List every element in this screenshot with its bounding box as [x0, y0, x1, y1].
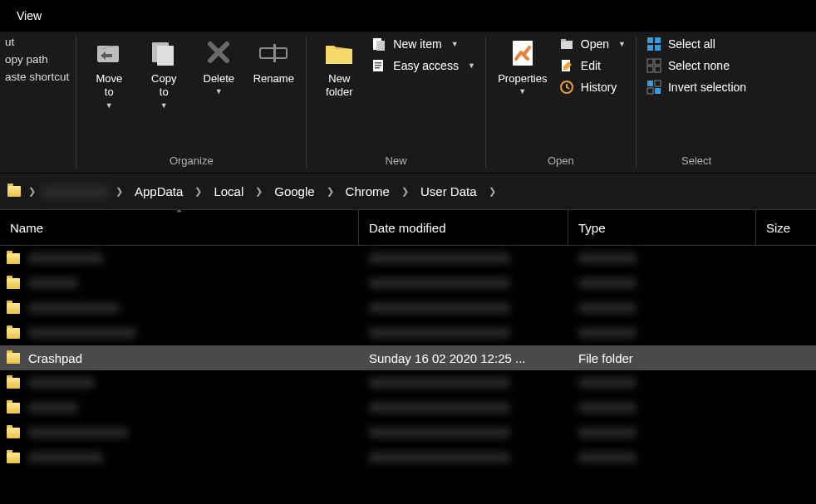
ribbon-group-select: Select all Select none Invert selection … — [638, 32, 755, 173]
redacted-text — [578, 378, 637, 388]
redacted-text — [578, 428, 637, 438]
file-row-redacted[interactable] — [0, 420, 816, 445]
redacted-text — [28, 428, 128, 438]
delete-button[interactable]: Delete ▼ — [193, 33, 244, 95]
redacted-text — [28, 278, 78, 288]
select-none-icon — [646, 58, 661, 73]
chevron-right-icon[interactable]: ❯ — [193, 186, 204, 197]
select-all-label: Select all — [668, 37, 715, 51]
easy-access-button[interactable]: Easy access ▼ — [368, 56, 479, 75]
svg-rect-6 — [376, 41, 385, 51]
edit-label: Edit — [581, 59, 601, 72]
edit-button[interactable]: Edit — [556, 56, 629, 75]
column-header-name[interactable]: ⌃ Name — [0, 210, 359, 245]
new-folder-button[interactable]: New folder — [313, 33, 365, 100]
chevron-down-icon: ▼ — [451, 40, 459, 48]
select-all-button[interactable]: Select all — [643, 35, 750, 53]
file-row-redacted[interactable] — [0, 445, 816, 470]
file-row-redacted[interactable] — [0, 321, 816, 345]
rename-button[interactable]: Rename — [248, 33, 299, 86]
column-header-size[interactable]: Size — [756, 210, 816, 245]
folder-icon — [7, 253, 20, 264]
open-icon — [559, 37, 574, 51]
delete-label: Delete — [204, 72, 235, 86]
svg-rect-23 — [655, 66, 661, 72]
copy-to-button[interactable]: Copy to ▼ — [138, 33, 189, 110]
select-none-button[interactable]: Select none — [643, 56, 750, 75]
breadcrumb-item-redacted[interactable] — [42, 185, 109, 198]
group-label-select: Select — [643, 154, 750, 170]
svg-rect-10 — [375, 67, 380, 69]
separator — [76, 37, 76, 168]
file-row-crashpad[interactable]: Crashpad Sunday 16 02 2020 12:25 ... Fil… — [0, 345, 816, 370]
history-label: History — [581, 81, 617, 94]
chevron-right-icon[interactable]: ❯ — [487, 186, 498, 197]
file-row-redacted[interactable] — [0, 296, 816, 321]
separator — [485, 37, 486, 168]
move-to-button[interactable]: Move to ▼ — [83, 33, 135, 110]
cut-button[interactable]: ut — [5, 36, 69, 48]
chevron-right-icon[interactable]: ❯ — [253, 186, 264, 197]
column-header-date[interactable]: Date modified — [359, 210, 568, 245]
copy-to-icon — [147, 36, 180, 69]
copy-path-button[interactable]: opy path — [5, 53, 69, 66]
history-button[interactable]: History — [556, 78, 629, 96]
svg-rect-9 — [375, 65, 381, 66]
open-button[interactable]: Open ▼ — [556, 35, 629, 53]
column-headers: ⌃ Name Date modified Type Size — [0, 209, 816, 246]
new-item-label: New item — [393, 37, 441, 51]
file-row-redacted[interactable] — [0, 370, 816, 395]
breadcrumb-item-appdata[interactable]: AppData — [130, 182, 188, 201]
chevron-down-icon: ▼ — [618, 40, 626, 48]
column-header-type[interactable]: Type — [568, 210, 756, 245]
breadcrumb-item-google[interactable]: Google — [269, 182, 319, 201]
edit-icon — [559, 58, 574, 73]
breadcrumb-bar: ❯ ❯ AppData ❯ Local ❯ Google ❯ Chrome ❯ … — [0, 173, 816, 209]
ribbon-group-open: Properties ▼ Open ▼ Edit History Op — [488, 32, 634, 173]
properties-label: Properties — [498, 72, 547, 86]
tab-view[interactable]: View — [3, 2, 55, 30]
rename-icon — [257, 36, 290, 69]
svg-rect-27 — [655, 88, 661, 94]
history-icon — [559, 80, 574, 95]
redacted-text — [28, 303, 120, 313]
redacted-text — [28, 453, 103, 462]
paste-shortcut-button[interactable]: aste shortcut — [5, 71, 69, 83]
file-list: Crashpad Sunday 16 02 2020 12:25 ... Fil… — [0, 246, 816, 470]
breadcrumb-item-userdata[interactable]: User Data — [415, 182, 482, 201]
redacted-text — [369, 253, 510, 263]
folder-icon — [7, 453, 20, 463]
folder-icon[interactable] — [7, 184, 22, 199]
chevron-right-icon[interactable]: ❯ — [27, 186, 37, 197]
folder-icon — [7, 278, 20, 289]
new-folder-icon — [322, 36, 356, 69]
file-type: File folder — [568, 351, 756, 365]
file-row-redacted[interactable] — [0, 271, 816, 296]
chevron-right-icon[interactable]: ❯ — [325, 186, 336, 197]
group-label-organize: Organize — [83, 154, 299, 170]
breadcrumb-item-local[interactable]: Local — [209, 182, 248, 201]
chevron-down-icon: ▼ — [160, 101, 168, 110]
svg-rect-13 — [561, 39, 566, 42]
redacted-text — [369, 328, 510, 338]
folder-icon — [7, 353, 20, 364]
new-item-button[interactable]: New item ▼ — [368, 35, 479, 53]
invert-selection-button[interactable]: Invert selection — [643, 78, 750, 96]
redacted-text — [28, 403, 78, 413]
file-row-redacted[interactable] — [0, 395, 816, 420]
group-label — [5, 167, 69, 170]
invert-selection-label: Invert selection — [668, 81, 746, 94]
svg-rect-18 — [647, 45, 653, 51]
svg-rect-24 — [647, 81, 653, 86]
copy-to-label: Copy to — [151, 72, 176, 100]
chevron-right-icon[interactable]: ❯ — [114, 186, 125, 197]
breadcrumb-item-chrome[interactable]: Chrome — [341, 182, 395, 201]
folder-icon — [7, 403, 20, 413]
move-to-icon — [92, 36, 125, 69]
sort-ascending-icon: ⌃ — [175, 208, 183, 219]
ribbon-group-new: New folder New item ▼ Easy access ▼ New — [308, 32, 484, 173]
redacted-text — [369, 428, 510, 438]
file-row-redacted[interactable] — [0, 246, 816, 271]
properties-button[interactable]: Properties ▼ — [493, 33, 553, 95]
chevron-right-icon[interactable]: ❯ — [400, 186, 410, 197]
